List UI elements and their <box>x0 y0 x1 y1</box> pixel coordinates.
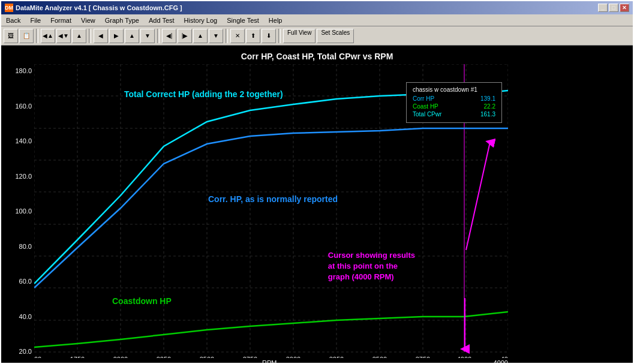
close-button[interactable]: ✕ <box>620 4 629 12</box>
toolbar-nav-10[interactable]: ▲ <box>193 29 208 43</box>
title-bar-left: DM DataMite Analyzer v4.1 [ Chassis w Co… <box>5 4 182 12</box>
svg-text:1750: 1750 <box>70 356 85 358</box>
svg-text:2000: 2000 <box>113 356 128 358</box>
y-axis-100: 100.0 <box>10 207 32 215</box>
toolbar-nav-9[interactable]: |▶ <box>178 29 192 43</box>
main-window: DM DataMite Analyzer v4.1 [ Chassis w Co… <box>0 0 634 364</box>
rpm-axis-label: RPM <box>262 359 277 363</box>
svg-text:3000: 3000 <box>286 356 301 358</box>
toolbar-nav-6[interactable]: ▲ <box>125 29 139 43</box>
title-bar: DM DataMite Analyzer v4.1 [ Chassis w Co… <box>1 1 633 14</box>
cursor-text-line3: graph (4000 RPM) <box>328 272 415 282</box>
chart-container: Corr HP, Coast HP, Total CPwr vs RPM 180… <box>1 46 633 363</box>
menu-item-file[interactable]: File <box>25 16 46 25</box>
svg-text:4250: 4250 <box>501 356 508 358</box>
chart-title: Corr HP, Coast HP, Total CPwr vs RPM <box>7 52 627 61</box>
full-view-button[interactable]: Full View <box>283 29 316 43</box>
toolbar-nav-1[interactable]: ◀▲ <box>41 29 55 43</box>
legend-corr-value: 139.1 <box>480 95 495 102</box>
menu-item-back[interactable]: Back <box>1 16 25 25</box>
menu-item-format[interactable]: Format <box>46 16 76 25</box>
toolbar-nav-13[interactable]: ⬆ <box>246 29 260 43</box>
toolbar-nav-12[interactable]: ✕ <box>230 29 245 43</box>
cursor-text-line1: Cursor showing results <box>328 250 415 261</box>
svg-text:2250: 2250 <box>157 356 171 358</box>
y-axis-160: 160.0 <box>10 103 32 110</box>
toolbar-separator-5 <box>278 29 281 43</box>
legend-total-label: Total CPwr <box>413 111 441 118</box>
cursor-annotation: Cursor showing results at this point on … <box>328 250 415 283</box>
svg-text:1500: 1500 <box>34 356 41 358</box>
y-axis-140: 140.0 <box>10 137 32 145</box>
toolbar-separator-1 <box>36 29 38 43</box>
y-axis-120: 120.0 <box>10 173 32 180</box>
legend-row-coast: Coast HP 22.2 <box>413 103 495 110</box>
toolbar-separator-3 <box>157 29 160 43</box>
legend-row-total: Total CPwr 161.3 <box>413 111 495 118</box>
total-hp-annotation: Total Correct HP (adding the 2 together) <box>124 89 283 99</box>
legend-coast-value: 22.2 <box>484 103 495 110</box>
legend-title: chassis w coastdown #1 <box>413 86 495 93</box>
y-axis-40: 40.0 <box>10 313 32 320</box>
legend-corr-label: Corr HP <box>413 95 434 102</box>
corr-hp-annotation: Corr. HP, as is normally reported <box>208 194 338 204</box>
toolbar-nav-2[interactable]: ◀▼ <box>56 29 71 43</box>
app-icon: DM <box>5 4 13 12</box>
toolbar-btn-2[interactable]: 📋 <box>19 29 34 43</box>
toolbar-nav-11[interactable]: ▼ <box>209 29 223 43</box>
menu-item-view[interactable]: View <box>76 16 100 25</box>
window-title: DataMite Analyzer v4.1 [ Chassis w Coast… <box>16 4 182 11</box>
toolbar-nav-8[interactable]: ◀| <box>162 29 176 43</box>
maximize-button[interactable]: □ <box>609 4 618 12</box>
y-axis-80: 80.0 <box>10 243 32 250</box>
y-axis-180: 180.0 <box>10 67 32 74</box>
toolbar-nav-4[interactable]: ◀ <box>94 29 108 43</box>
menu-item-add-test[interactable]: Add Test <box>144 16 179 25</box>
main-area: Corr HP, Coast HP, Total CPwr vs RPM 180… <box>1 46 633 363</box>
svg-text:3750: 3750 <box>416 356 430 358</box>
toolbar-nav-3[interactable]: ▲ <box>72 29 86 43</box>
menu-item-history-log[interactable]: History Log <box>179 16 223 25</box>
menu-item-single-test[interactable]: Single Test <box>222 16 264 25</box>
toolbar-nav-5[interactable]: ▶ <box>109 29 124 43</box>
toolbar: 🖼 📋 ◀▲ ◀▼ ▲ ◀ ▶ ▲ ▼ ◀| |▶ ▲ ▼ ✕ ⬆ ⬇ Full… <box>1 26 633 46</box>
menu-item-help[interactable]: Help <box>264 16 287 25</box>
svg-text:2750: 2750 <box>243 356 257 358</box>
toolbar-btn-1[interactable]: 🖼 <box>4 29 18 43</box>
svg-text:3250: 3250 <box>329 356 344 358</box>
legend-row-corr: Corr HP 139.1 <box>413 95 495 102</box>
toolbar-separator-4 <box>226 29 228 43</box>
window-controls: _ □ ✕ <box>598 4 629 12</box>
toolbar-nav-7[interactable]: ▼ <box>140 29 155 43</box>
svg-text:2500: 2500 <box>200 356 214 358</box>
svg-text:4000: 4000 <box>457 356 471 358</box>
cursor-rpm-value: 4000 <box>494 359 508 363</box>
legend-total-value: 161.3 <box>480 111 495 118</box>
y-axis-60: 60.0 <box>10 278 32 285</box>
toolbar-nav-14[interactable]: ⬇ <box>262 29 276 43</box>
y-axis-20: 20.0 <box>10 348 32 355</box>
coast-hp-annotation: Coastdown HP <box>112 296 172 306</box>
cursor-text-line2: at this point on the <box>328 261 415 272</box>
menubar: BackFileFormatViewGraph TypeAdd TestHist… <box>1 14 633 26</box>
legend-coast-label: Coast HP <box>413 103 438 110</box>
set-scales-button[interactable]: Set Scales <box>317 29 354 43</box>
menu-item-graph-type[interactable]: Graph Type <box>100 16 144 25</box>
legend-box: chassis w coastdown #1 Corr HP 139.1 Coa… <box>406 82 502 123</box>
minimize-button[interactable]: _ <box>598 4 608 12</box>
svg-text:3500: 3500 <box>372 356 387 358</box>
toolbar-separator-2 <box>89 29 91 43</box>
